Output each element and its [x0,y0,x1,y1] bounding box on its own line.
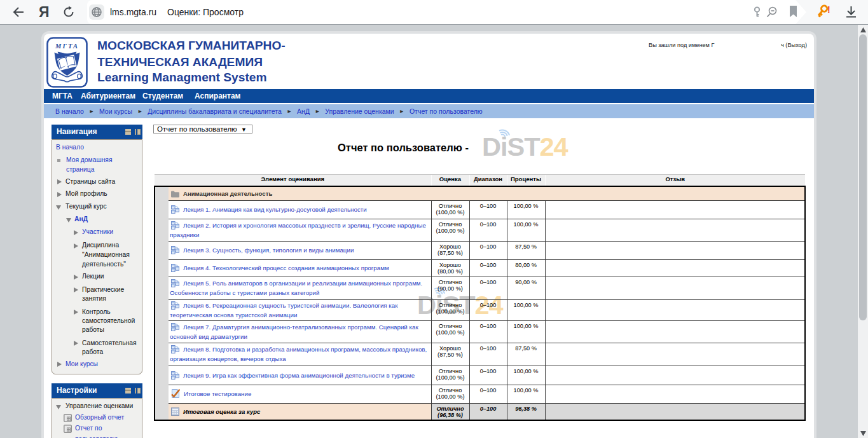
svg-text:МГТА: МГТА [55,43,79,50]
svg-text:!: ! [827,4,830,15]
